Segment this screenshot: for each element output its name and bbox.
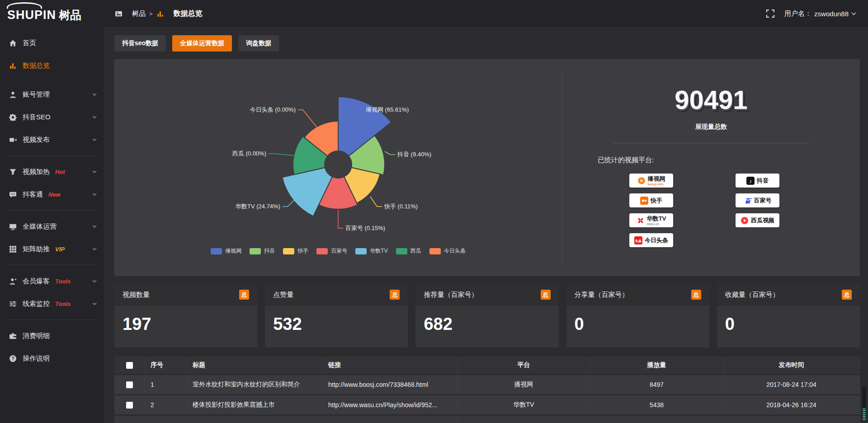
- total-impressions-label: 展现量总数: [562, 123, 860, 131]
- legend-label: 今日头条: [444, 247, 466, 255]
- platform-name: 快手: [651, 197, 662, 203]
- legend-label: 百家号: [331, 247, 347, 255]
- video-title-link[interactable]: 室外水纹灯和室内水纹灯的区别和简介: [187, 375, 323, 394]
- sidebar-item-label: 线索监控: [23, 300, 50, 308]
- platform-name: 西瓜视频: [751, 217, 774, 223]
- platform-name: 播视网: [648, 176, 665, 182]
- tab[interactable]: 抖音seo数据: [114, 35, 166, 52]
- stat-card-value: 682: [415, 306, 558, 334]
- stat-card-title: 视频数量: [123, 291, 150, 299]
- wasu-logo: [637, 216, 645, 225]
- column-header: 标题: [187, 357, 323, 374]
- summary-divider: [613, 143, 809, 143]
- sidebar-item[interactable]: 抖客通New: [0, 183, 104, 206]
- breadcrumb-root[interactable]: 树品: [132, 9, 146, 18]
- pie-label: 百家号 (0.15%): [345, 225, 385, 231]
- chevron-down-icon: [92, 116, 97, 118]
- sidebar-menu: 首页数据总览账号管理抖音SEO视频发布视频加热Hot抖客通New全媒体运营矩阵助…: [0, 25, 104, 370]
- sidebar-item[interactable]: 矩阵助推VIP: [0, 238, 104, 260]
- platform-grid: 播视网boosj.com♪抖音快手百百家号华数TVwasu.cn西瓜视频头条今日…: [629, 174, 860, 247]
- sidebar-item-label: 账号管理: [23, 90, 50, 99]
- sidebar-item-label: 会员爆客: [23, 277, 50, 286]
- legend-label: 快手: [297, 247, 308, 255]
- sidebar-item-badge: New: [48, 191, 61, 198]
- sidebar-item[interactable]: 抖音SEO: [0, 106, 104, 128]
- platform-name: 百家号: [754, 197, 772, 203]
- pie-label-line: [385, 151, 395, 155]
- legend-label: 播视网: [225, 247, 241, 255]
- sidebar-item-label: 全媒体运营: [23, 222, 57, 231]
- help-icon: ?: [9, 355, 17, 362]
- legend-item[interactable]: 播视网: [211, 247, 241, 255]
- platform-cell: 华数TV: [458, 395, 590, 414]
- chevron-down-icon: [92, 280, 97, 282]
- chevron-down-icon: [92, 225, 97, 228]
- svg-text:♪: ♪: [749, 178, 752, 184]
- legend-item[interactable]: 西瓜: [396, 247, 421, 255]
- sidebar-item-label: 视频发布: [23, 136, 50, 144]
- pie-label: 华数TV (24.74%): [236, 203, 280, 210]
- chevron-down-icon: [92, 302, 97, 305]
- platform-sub: boosj.com: [648, 183, 664, 186]
- total-badge: 总: [541, 290, 551, 300]
- chevron-down-icon: [92, 138, 97, 141]
- tab[interactable]: 全媒体运营数据: [172, 35, 232, 52]
- sidebar-item[interactable]: 账号管理: [0, 83, 104, 106]
- sidebar-item[interactable]: ?操作说明: [0, 347, 104, 370]
- platform-badge: 西瓜视频: [736, 213, 779, 227]
- app-logo[interactable]: SHUPIN 树品: [0, 0, 104, 25]
- sidebar-item[interactable]: 视频发布: [0, 128, 104, 151]
- row-checkbox[interactable]: [126, 402, 133, 409]
- member-icon: [9, 277, 17, 285]
- user-menu[interactable]: 用户名：zswodun88: [784, 9, 856, 18]
- sidebar-item[interactable]: 会员爆客Tools: [0, 270, 104, 292]
- scrollbar[interactable]: [861, 386, 867, 422]
- column-header: 平台: [458, 357, 590, 374]
- platform-badge: 快手: [629, 193, 673, 207]
- row-select-cell: [114, 375, 145, 394]
- chevron-down-icon: [92, 93, 97, 96]
- sidebar-item-label: 抖客通: [23, 190, 43, 199]
- sidebar-item[interactable]: 消费明细: [0, 324, 104, 347]
- platform-badge: ♪抖音: [736, 174, 779, 188]
- video-url-link[interactable]: http://www.wasu.cn/Play/show/id/952...: [323, 395, 458, 414]
- sidebar-item-badge: Tools: [55, 301, 71, 307]
- sidebar-item[interactable]: 首页: [0, 32, 104, 54]
- platform-name: 华数TV: [647, 216, 666, 221]
- plays-cell: 8497: [590, 375, 723, 394]
- fullscreen-icon[interactable]: [766, 9, 774, 18]
- bar-chart-icon: [9, 62, 17, 70]
- legend-item[interactable]: 快手: [283, 247, 308, 255]
- stat-card-title: 点赞量: [273, 291, 293, 299]
- platform-badge: 华数TVwasu.cn: [629, 213, 673, 227]
- table-header-row: 序号标题链接平台播放量发布时间: [114, 357, 860, 374]
- chevron-down-icon: [92, 248, 97, 250]
- pie-slice[interactable]: [282, 168, 332, 216]
- breadcrumb-current: 数据总览: [174, 9, 203, 19]
- legend-item[interactable]: 今日头条: [429, 247, 466, 255]
- video-title-link[interactable]: 楼体投影灯投影效果震撼上市: [187, 395, 323, 414]
- total-badge: 总: [842, 290, 852, 300]
- stat-card-title: 收藏量（百家号）: [725, 291, 779, 299]
- logo-text-en: SHUPIN: [7, 8, 56, 22]
- platform-badge: 播视网boosj.com: [629, 174, 673, 188]
- sidebar: SHUPIN 树品 首页数据总览账号管理抖音SEO视频发布视频加热Hot抖客通N…: [0, 0, 104, 423]
- select-all-checkbox[interactable]: [126, 362, 133, 369]
- sidebar-item[interactable]: 全媒体运营: [0, 215, 104, 238]
- total-badge: 总: [691, 290, 701, 300]
- sidebar-item[interactable]: 数据总览: [0, 54, 104, 77]
- legend-item[interactable]: 抖音: [250, 247, 275, 255]
- legend-item[interactable]: 华数TV: [355, 247, 387, 255]
- legend-item[interactable]: 百家号: [316, 247, 347, 255]
- douyin-logo: ♪: [746, 177, 755, 185]
- chevron-down-icon: [92, 170, 97, 173]
- logo-text-cn: 树品: [59, 8, 81, 23]
- video-url-link[interactable]: http://www.boosj.com/7338468.html: [323, 375, 458, 394]
- pie-label: 快手 (0.11%): [384, 203, 418, 210]
- chevron-down-icon: [92, 170, 97, 173]
- sidebar-item-label: 消费明细: [23, 332, 50, 340]
- tab[interactable]: 询盘数据: [238, 35, 279, 52]
- row-checkbox[interactable]: [126, 381, 133, 388]
- sidebar-item[interactable]: 视频加热Hot: [0, 160, 104, 183]
- sidebar-item[interactable]: 线索监控Tools: [0, 292, 104, 315]
